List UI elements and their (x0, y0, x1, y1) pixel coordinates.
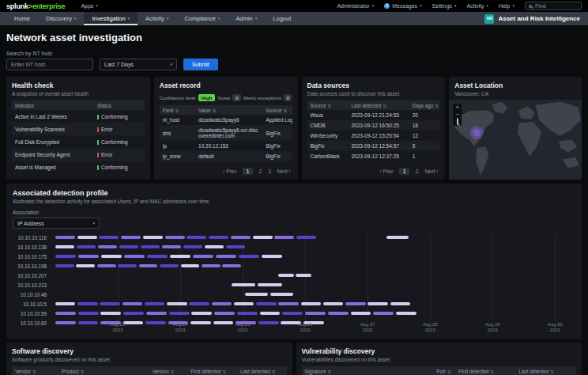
app-name: Asset and Risk Intelligence (498, 15, 580, 22)
tick-year: 2023 (298, 328, 312, 333)
data-source-row: CMDB2023-09-12 16:50:2518 (307, 120, 440, 131)
nt-host-input[interactable]: Enter NT host (6, 59, 93, 70)
topbar-menu-settings[interactable]: Settings▾ (432, 3, 457, 9)
source-cell: BigFix (263, 125, 292, 141)
sort-icon: ⇅ (171, 369, 175, 374)
chart-bar-segment (77, 245, 96, 248)
confidence-label: Confidence level (160, 95, 196, 100)
pagination-prev[interactable]: ‹ Prev (223, 169, 236, 174)
status-error-icon (97, 127, 99, 132)
pagination-page-3[interactable]: 3 (268, 169, 271, 174)
column-header-signature[interactable]: Signature⇅ (302, 366, 434, 375)
notes-label: Notes (217, 95, 230, 100)
status-label: Conforming (101, 114, 128, 119)
submit-button[interactable]: Submit (183, 59, 218, 70)
source-cell: Applied Logic (263, 115, 292, 125)
column-header-value[interactable]: Value⇅ (195, 105, 263, 115)
chart-row-track[interactable] (52, 242, 575, 252)
chart-bar-segment (124, 255, 145, 258)
map-zoom-in-button[interactable]: + (454, 104, 461, 111)
association-select[interactable]: IP Address▾ (13, 218, 100, 229)
chart-row-track[interactable] (52, 271, 575, 280)
pagination-page-2[interactable]: 2 (259, 169, 262, 174)
topbar-menu-help[interactable]: Help▾ (499, 3, 514, 9)
topbar-menu-administrator[interactable]: Administrator▾ (337, 3, 374, 9)
column-header-version[interactable]: Version⇅ (149, 366, 188, 375)
pagination-prev[interactable]: ‹ Prev (380, 169, 394, 174)
column-header-source[interactable]: Source⇅ (263, 105, 292, 115)
chart-row-track[interactable] (52, 309, 575, 318)
pagination-next[interactable]: Next › (424, 169, 438, 174)
find-search-input[interactable]: Find (525, 2, 582, 10)
nav-item-logout[interactable]: Logout (265, 12, 299, 25)
chart-row-track[interactable] (52, 233, 575, 242)
chart-bar-segment (146, 312, 167, 315)
nav-items: HomeDiscovery▾Investigation▾Activity▾Com… (6, 12, 299, 25)
column-header-vendor[interactable]: Vendor⇅ (12, 366, 58, 375)
nav-item-investigation[interactable]: Investigation▾ (84, 12, 138, 25)
tick-date: Aug 24 (173, 322, 187, 328)
column-header-days-ago[interactable]: Days ago⇅ (409, 100, 440, 110)
chart-row-track[interactable] (52, 280, 575, 290)
column-header-first-detected[interactable]: First detected⇅ (187, 366, 237, 375)
source-cell: BigFix (307, 141, 349, 151)
detection-profile-panel: Associated detection profile Illustrates… (6, 184, 582, 339)
column-header-product[interactable]: Product⇅ (58, 366, 149, 375)
pagination-page-2[interactable]: 2 (416, 169, 419, 174)
vulnerability-discovery-table: Signature⇅Port⇅First detected⇅Last detec… (302, 366, 577, 375)
column-header-field[interactable]: Field⇅ (160, 105, 195, 115)
map-search-button[interactable] (454, 119, 461, 125)
chart-row-track[interactable] (52, 252, 575, 261)
column-header-source[interactable]: Source⇅ (307, 100, 349, 110)
health-check-table: IndicatorStatus Active in Last 2 WeeksCo… (12, 100, 145, 174)
column-header-port[interactable]: Port⇅ (433, 366, 455, 375)
nav-item-home[interactable]: Home (6, 12, 38, 25)
nav-item-compliance[interactable]: Compliance▾ (176, 12, 228, 25)
pagination-next[interactable]: Next › (277, 169, 291, 174)
status-label: Error (101, 127, 112, 132)
topbar-menu-messages[interactable]: 6Messages▾ (384, 3, 421, 9)
status-label: Error (101, 152, 112, 157)
chart-row-track[interactable] (52, 290, 575, 299)
pagination-page-1[interactable]: 1 (243, 168, 253, 175)
column-header-label: Port (436, 369, 446, 374)
tick-date: Aug 27 (360, 322, 375, 328)
status-cell: Conforming (94, 161, 145, 174)
column-header-last-detected[interactable]: Last detected⇅ (349, 100, 409, 110)
detection-timeline-chart: 10.10.10.11610.10.10.13810.10.10.17510.1… (13, 233, 575, 334)
field-cell: ip (160, 141, 195, 151)
nav-item-discovery[interactable]: Discovery▾ (38, 12, 84, 25)
column-header-last-detected[interactable]: Last detected⇅ (516, 366, 576, 375)
chevron-down-icon: ▾ (512, 4, 514, 8)
asset-marker-core (473, 129, 481, 137)
chart-bar-segment (189, 302, 209, 305)
chart-bar-segment (169, 312, 190, 315)
chart-row-track[interactable] (52, 299, 575, 309)
asset-location-map[interactable]: + − (449, 100, 582, 180)
days-ago-cell: 18 (409, 120, 440, 131)
column-header-first-detected[interactable]: First detected⇅ (455, 366, 515, 375)
splunk-logo[interactable]: splunk>enterprise (6, 2, 65, 10)
apps-menu[interactable]: Apps▾ (81, 3, 97, 9)
nav-item-admin[interactable]: Admin▾ (228, 12, 266, 25)
chart-bar-segment (274, 236, 294, 239)
page-title: Network asset investigation (6, 32, 582, 44)
sort-icon: ⇅ (327, 369, 331, 374)
days-ago-cell: 20 (409, 110, 440, 120)
app-icon: ARI (484, 14, 494, 24)
vulnerability-discovery-panel: Vulnerability discovery Vulnerabilities … (296, 343, 582, 375)
tick-date: Aug 30 (548, 322, 562, 328)
topbar-menu-activity[interactable]: Activity▾ (466, 3, 488, 9)
chart-row-track[interactable] (52, 261, 575, 271)
map-zoom-out-button[interactable]: − (454, 112, 461, 118)
chart-bar-segment (78, 255, 99, 258)
source-cell: Wsus (307, 110, 349, 120)
logo-enterprise: enterprise (32, 2, 66, 10)
nav-item-activity[interactable]: Activity▾ (138, 12, 176, 25)
time-range-select[interactable]: Last 7 Days▾ (100, 59, 177, 70)
column-header-last-detected[interactable]: Last detected⇅ (237, 366, 287, 375)
chart-row-label: 10.10.10.116 (13, 235, 52, 241)
pagination-page-1[interactable]: 1 (399, 168, 409, 175)
last-detected-cell: 2023-09-12 21:24:53 (349, 110, 409, 120)
confidence-badge: High (198, 94, 216, 101)
